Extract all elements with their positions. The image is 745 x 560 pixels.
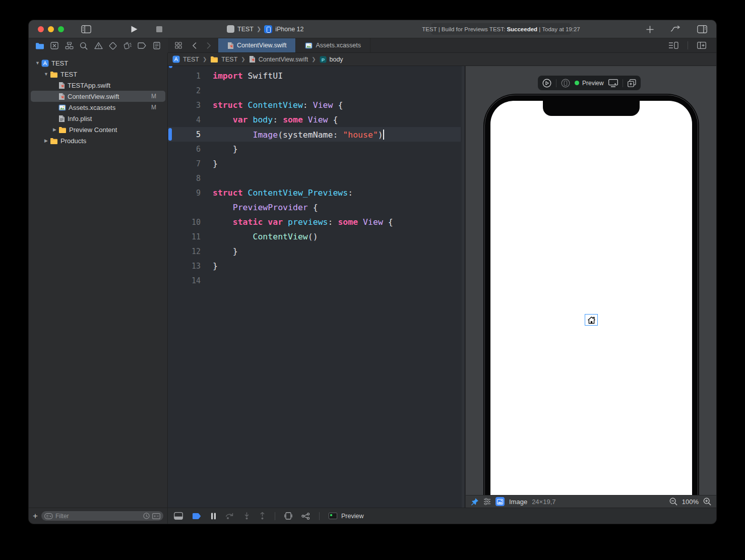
step-out-icon[interactable] <box>259 512 266 520</box>
sidebar-item-label: Info.plist <box>68 115 92 122</box>
code-token: } <box>213 144 238 154</box>
document-proxy-icon <box>227 25 234 33</box>
source-editor[interactable]: 1import SwiftUI23struct ContentView: Vie… <box>168 66 465 508</box>
live-preview-button[interactable] <box>542 79 551 88</box>
project-icon <box>172 55 180 63</box>
breadcrumb-contentview-swift[interactable]: ContentView.swift <box>249 55 308 63</box>
house-icon <box>587 316 596 324</box>
code-token: } <box>213 246 238 256</box>
sidebar-item-preview-content[interactable]: ▶Preview Content <box>31 124 165 135</box>
code-text: struct ContentView_Previews: <box>205 188 353 198</box>
report-navigator-icon[interactable] <box>152 41 162 51</box>
sidebar-item-test[interactable]: ▼TEST <box>31 57 165 69</box>
go-forward-icon[interactable] <box>203 39 215 51</box>
related-items-icon[interactable] <box>171 39 186 51</box>
sidebar-item-testapp-swift[interactable]: TESTApp.swift <box>31 80 165 91</box>
minimize-window-button[interactable] <box>48 26 54 32</box>
chevron-down-icon[interactable]: ▼ <box>35 60 40 66</box>
tab-label: Assets.xcassets <box>316 42 361 49</box>
scheme-selector[interactable]: TEST ❯ iPhone 12 <box>227 25 303 33</box>
sidebar-item-test[interactable]: ▼TEST <box>31 69 165 80</box>
hide-debug-area-icon[interactable] <box>174 512 183 520</box>
code-token <box>243 188 248 198</box>
titlebar: TEST ❯ iPhone 12 TEST | Build for Previe… <box>29 20 716 38</box>
preview-environment-button[interactable] <box>608 79 618 87</box>
breadcrumb-label: ContentView.swift <box>259 56 308 63</box>
code-token: : <box>328 217 338 227</box>
sidebar-item-info-plist[interactable]: Info.plist <box>31 113 165 124</box>
breadcrumb-test[interactable]: TEST <box>172 55 199 63</box>
zoom-level[interactable]: 100% <box>682 498 699 506</box>
sidebar-item-contentview-swift[interactable]: ContentView.swiftM <box>31 91 165 102</box>
chevron-right-icon[interactable]: ▶ <box>52 127 57 132</box>
add-library-button[interactable] <box>642 23 658 35</box>
code-text: } <box>205 261 218 271</box>
run-button[interactable] <box>127 23 142 35</box>
add-editor-icon[interactable] <box>693 39 710 51</box>
zoom-out-icon[interactable] <box>669 497 677 506</box>
zoom-window-button[interactable] <box>58 26 64 32</box>
toggle-inspectors-icon[interactable] <box>693 23 711 35</box>
tab-contentview-swift[interactable]: ContentView.swift <box>218 38 296 52</box>
line-number: 5 <box>168 130 205 139</box>
status-result: Succeeded <box>507 26 537 32</box>
step-over-icon[interactable] <box>225 513 234 519</box>
debug-bar: Preview <box>168 508 716 524</box>
sidebar-item-assets-xcassets[interactable]: Assets.xcassetsM <box>31 102 165 113</box>
code-token: } <box>213 159 218 168</box>
close-window-button[interactable] <box>38 26 44 32</box>
breakpoint-navigator-icon[interactable] <box>137 41 147 51</box>
text-cursor <box>383 130 384 140</box>
source-control-status-icon[interactable] <box>152 513 160 519</box>
selected-image-view[interactable] <box>585 314 598 326</box>
selected-element-label: Image <box>509 498 527 506</box>
code-line-12: 12 } <box>168 244 461 259</box>
code-text: } <box>205 159 218 168</box>
code-token: : <box>303 100 313 110</box>
issue-navigator-icon[interactable] <box>93 41 103 51</box>
go-back-icon[interactable] <box>188 39 201 51</box>
test-navigator-icon[interactable] <box>108 41 118 51</box>
pause-execution-icon[interactable] <box>211 513 216 520</box>
adjust-editor-options-icon[interactable] <box>664 39 682 51</box>
tab-assets-xcassets[interactable]: Assets.xcassets <box>296 38 370 52</box>
find-navigator-icon[interactable] <box>79 41 89 51</box>
symbol-navigator-icon[interactable] <box>64 41 74 51</box>
memory-graph-icon[interactable] <box>301 513 310 520</box>
code-line-14: 14 <box>168 273 461 288</box>
simulator-icon <box>264 25 272 33</box>
code-token: previews <box>288 217 328 227</box>
swift-icon <box>58 93 65 100</box>
pin-preview-icon[interactable] <box>471 497 479 506</box>
chevron-down-icon[interactable]: ▼ <box>43 72 49 77</box>
filter-field[interactable]: Filter <box>41 511 163 521</box>
code-review-button[interactable] <box>666 23 685 35</box>
sidebar-item-products[interactable]: ▶Products <box>31 135 165 146</box>
toggle-navigator-icon[interactable] <box>77 23 95 35</box>
breadcrumb-test[interactable]: TEST <box>210 56 237 63</box>
step-into-icon[interactable] <box>243 512 250 520</box>
code-line-11: 11 ContentView() <box>168 229 461 244</box>
source-control-navigator-icon[interactable] <box>49 41 59 51</box>
project-navigator-icon[interactable] <box>35 41 45 51</box>
preview-on-device-button[interactable] <box>561 79 570 88</box>
view-debugger-icon[interactable] <box>284 512 292 520</box>
code-token <box>248 115 253 125</box>
code-text: Image(systemName: "house") <box>205 130 384 140</box>
line-number: 3 <box>168 101 205 110</box>
stop-button[interactable] <box>152 23 166 35</box>
zoom-in-icon[interactable] <box>703 497 711 506</box>
code-token: PreviewProvider <box>233 203 308 212</box>
breadcrumb-label: TEST <box>183 56 199 63</box>
code-token <box>213 232 253 241</box>
recent-files-clock-icon[interactable] <box>143 513 150 519</box>
chevron-right-icon[interactable]: ▶ <box>43 138 49 143</box>
selection-attributes-icon[interactable] <box>483 498 491 505</box>
duplicate-preview-button[interactable] <box>628 79 636 87</box>
breakpoints-toggle-icon[interactable] <box>192 513 202 520</box>
breadcrumb-body[interactable]: Pbody <box>320 56 343 63</box>
editor-scrollbar[interactable] <box>462 66 464 508</box>
xcode-window: TEST ❯ iPhone 12 TEST | Build for Previe… <box>29 20 716 524</box>
debug-navigator-icon[interactable] <box>122 41 133 51</box>
add-file-button[interactable]: + <box>33 512 38 520</box>
